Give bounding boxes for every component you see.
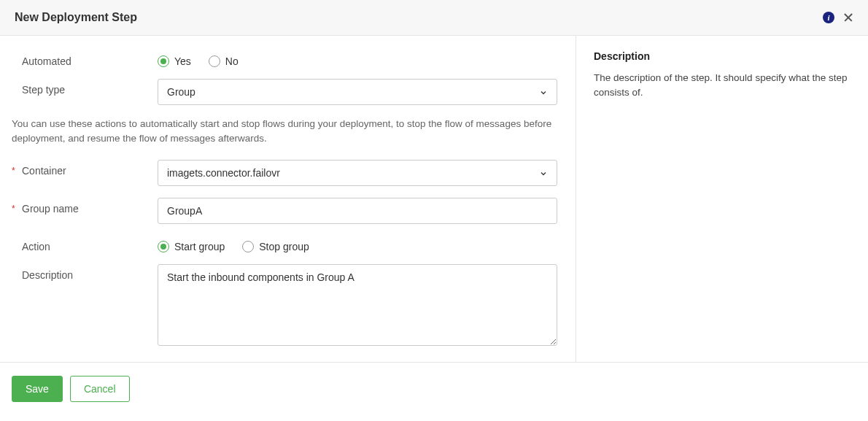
header-actions: i xyxy=(823,12,853,23)
group-name-label: Group name xyxy=(22,203,79,215)
automated-row: Automated Yes No xyxy=(12,50,561,67)
info-icon[interactable]: i xyxy=(823,12,834,23)
description-label: Description xyxy=(22,269,73,281)
save-button[interactable]: Save xyxy=(12,376,63,402)
description-textarea[interactable] xyxy=(158,264,557,346)
step-type-row: Step type Group xyxy=(12,79,561,105)
radio-label: Start group xyxy=(174,241,225,252)
action-stop-radio[interactable]: Stop group xyxy=(242,241,309,252)
radio-icon xyxy=(242,241,254,252)
radio-label: Stop group xyxy=(259,241,309,252)
cancel-button[interactable]: Cancel xyxy=(70,376,130,402)
description-row: Description xyxy=(12,264,561,348)
group-name-row: * Group name xyxy=(12,198,561,224)
dialog-footer: Save Cancel xyxy=(0,362,868,415)
automated-radio-group: Yes No xyxy=(158,50,557,67)
radio-icon xyxy=(209,55,220,67)
chevron-down-icon xyxy=(539,88,548,96)
step-type-label: Step type xyxy=(22,84,65,96)
select-value: Group xyxy=(167,86,195,98)
dialog-title: New Deployment Step xyxy=(15,11,137,24)
automated-no-radio[interactable]: No xyxy=(209,55,239,67)
help-text: The description of the step. It should s… xyxy=(594,71,853,101)
action-label: Action xyxy=(22,241,50,252)
action-row: Action Start group Stop group xyxy=(12,236,561,252)
container-label: Container xyxy=(22,165,66,177)
radio-label: No xyxy=(225,55,239,67)
radio-label: Yes xyxy=(174,55,191,67)
required-indicator: * xyxy=(12,204,18,214)
close-icon[interactable] xyxy=(843,12,853,23)
dialog-body: Automated Yes No Step type xyxy=(0,36,868,362)
radio-icon xyxy=(158,55,169,67)
group-name-input[interactable] xyxy=(158,198,557,224)
dialog-header: New Deployment Step i xyxy=(0,0,868,36)
action-start-radio[interactable]: Start group xyxy=(158,241,225,252)
container-select[interactable]: imagets.connector.failovr xyxy=(158,160,557,186)
container-row: * Container imagets.connector.failovr xyxy=(12,160,561,186)
form-panel: Automated Yes No Step type xyxy=(0,36,576,362)
automated-label: Automated xyxy=(22,55,71,67)
help-panel: Description The description of the step.… xyxy=(576,36,868,362)
chevron-down-icon xyxy=(539,169,548,177)
step-type-select[interactable]: Group xyxy=(158,79,557,105)
required-indicator: * xyxy=(12,166,18,176)
step-type-info-row: You can use these actions to automatical… xyxy=(12,117,561,147)
action-radio-group: Start group Stop group xyxy=(158,236,557,252)
help-title: Description xyxy=(594,50,853,62)
select-value: imagets.connector.failovr xyxy=(167,167,280,179)
step-type-info-text: You can use these actions to automatical… xyxy=(12,117,561,147)
radio-icon xyxy=(158,241,169,252)
automated-yes-radio[interactable]: Yes xyxy=(158,55,191,67)
